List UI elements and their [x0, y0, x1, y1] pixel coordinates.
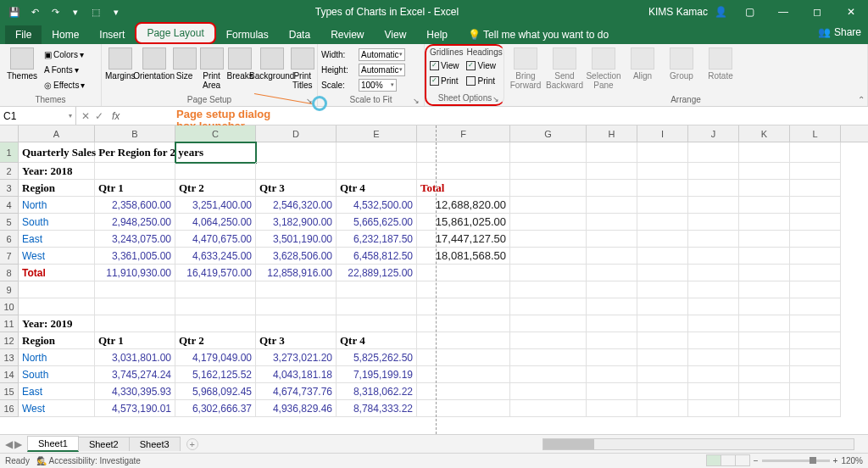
cell[interactable]: [510, 349, 587, 366]
cell[interactable]: [739, 383, 790, 400]
qat-dropdown-icon[interactable]: ▾: [68, 4, 83, 20]
view-buttons[interactable]: [707, 454, 750, 468]
cell[interactable]: [688, 315, 739, 332]
ar-selection-pane-button[interactable]: Selection Pane: [586, 46, 621, 90]
cell[interactable]: [790, 197, 841, 214]
sheet-tab-3[interactable]: Sheet3: [129, 437, 181, 451]
row-header-3[interactable]: 3: [0, 180, 18, 197]
cell[interactable]: [739, 197, 790, 214]
tab-review[interactable]: Review: [320, 25, 374, 44]
cell[interactable]: [587, 214, 637, 231]
cell[interactable]: [256, 281, 337, 298]
row-header-5[interactable]: 5: [0, 214, 18, 231]
column-headers[interactable]: ABCDEFGHIJKL: [19, 125, 868, 142]
cell[interactable]: [637, 298, 688, 315]
cell[interactable]: [175, 142, 256, 163]
cell[interactable]: 3,628,506.00: [256, 248, 337, 265]
cell[interactable]: 2,546,320.00: [256, 197, 337, 214]
cell[interactable]: [510, 400, 587, 417]
cell[interactable]: [739, 366, 790, 383]
cell[interactable]: [587, 298, 637, 315]
col-header-G[interactable]: G: [510, 125, 587, 142]
cell[interactable]: 4,179,049.00: [175, 349, 256, 366]
effects-button[interactable]: ◎ Effects ▾: [44, 78, 85, 92]
zoom-slider[interactable]: [762, 460, 830, 462]
cell[interactable]: South: [19, 214, 95, 231]
cell[interactable]: Total: [417, 180, 510, 197]
tab-home[interactable]: Home: [42, 25, 89, 44]
fonts-button[interactable]: A Fonts ▾: [44, 63, 85, 76]
cell[interactable]: [19, 281, 95, 298]
headings-view-checkbox[interactable]: View: [466, 58, 502, 72]
cell[interactable]: [790, 180, 841, 197]
cell[interactable]: [790, 214, 841, 231]
cell[interactable]: [688, 231, 739, 248]
ps-background-button[interactable]: Background: [257, 46, 287, 81]
cell[interactable]: [739, 349, 790, 366]
cell[interactable]: Qtr 1: [95, 180, 175, 197]
tab-data[interactable]: Data: [279, 25, 320, 44]
cell[interactable]: Qtr 2: [175, 180, 256, 197]
cell[interactable]: [587, 197, 637, 214]
cell[interactable]: [175, 298, 256, 315]
cell[interactable]: [790, 349, 841, 366]
tab-file[interactable]: File: [5, 25, 42, 44]
cell[interactable]: [790, 315, 841, 332]
cell[interactable]: Qtr 1: [95, 332, 175, 349]
cell[interactable]: [95, 142, 175, 163]
cell[interactable]: North: [19, 349, 95, 366]
touch-mode-icon[interactable]: ⬚: [88, 4, 103, 20]
row-header-12[interactable]: 12: [0, 332, 18, 349]
ps-margins-button[interactable]: Margins: [105, 46, 136, 81]
cell[interactable]: [256, 315, 337, 332]
cell[interactable]: 17,447,127.50: [417, 231, 510, 248]
cell[interactable]: [688, 349, 739, 366]
enter-formula-icon[interactable]: ✓: [95, 110, 103, 122]
cell[interactable]: 12,688,820.00: [417, 197, 510, 214]
cell[interactable]: [688, 281, 739, 298]
undo-icon[interactable]: ↶: [27, 4, 42, 20]
cell[interactable]: [739, 332, 790, 349]
cell[interactable]: 3,361,005.00: [95, 248, 175, 265]
col-header-K[interactable]: K: [739, 125, 790, 142]
cell[interactable]: [510, 248, 587, 265]
cell[interactable]: [688, 180, 739, 197]
cell[interactable]: [637, 366, 688, 383]
cell[interactable]: 4,043,181.18: [256, 366, 337, 383]
cell[interactable]: [637, 231, 688, 248]
sheet-tab-2[interactable]: Sheet2: [78, 437, 130, 451]
cell[interactable]: [510, 180, 587, 197]
cell[interactable]: [739, 142, 790, 163]
cell[interactable]: [688, 197, 739, 214]
cell[interactable]: [175, 163, 256, 180]
share-button[interactable]: 👥 Share: [818, 26, 861, 38]
zoom-in-icon[interactable]: +: [833, 456, 838, 465]
row-header-13[interactable]: 13: [0, 349, 18, 366]
qat-customize-icon[interactable]: ▾: [108, 4, 124, 20]
cell[interactable]: [739, 400, 790, 417]
tab-help[interactable]: Help: [416, 25, 458, 44]
redo-icon[interactable]: ↷: [47, 4, 63, 20]
zoom-level[interactable]: 120%: [841, 456, 863, 465]
cell[interactable]: [417, 281, 510, 298]
cell[interactable]: [688, 214, 739, 231]
select-all-button[interactable]: [0, 125, 19, 142]
cell[interactable]: 2,358,600.00: [95, 197, 175, 214]
cell[interactable]: Total: [19, 265, 95, 281]
cell[interactable]: Qtr 3: [256, 180, 337, 197]
cell[interactable]: Quarterly Sales Per Region for 2 years: [19, 142, 95, 163]
ps-size-button[interactable]: Size: [173, 46, 197, 81]
cell[interactable]: 3,182,900.00: [256, 214, 337, 231]
row-header-4[interactable]: 4: [0, 197, 18, 214]
col-header-J[interactable]: J: [688, 125, 739, 142]
cell[interactable]: [637, 197, 688, 214]
row-header-2[interactable]: 2: [0, 163, 18, 180]
cell[interactable]: Qtr 4: [337, 180, 417, 197]
row-header-6[interactable]: 6: [0, 231, 18, 248]
save-icon[interactable]: 💾: [7, 4, 22, 20]
cell[interactable]: [637, 142, 688, 163]
cell[interactable]: [739, 298, 790, 315]
cell[interactable]: East: [19, 383, 95, 400]
cell[interactable]: [95, 298, 175, 315]
col-header-F[interactable]: F: [417, 125, 510, 142]
